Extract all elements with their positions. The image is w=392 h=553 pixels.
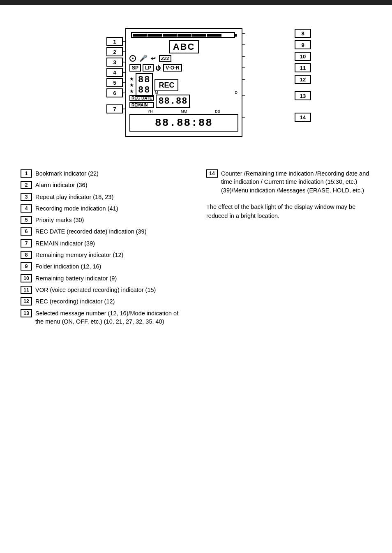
battery-seg-6 <box>207 34 221 37</box>
battery-seg-1 <box>133 34 147 37</box>
folder-row: ABC <box>169 40 199 53</box>
seg-small-display: 88.88 <box>156 95 190 108</box>
right-descriptions: 14 Counter /Remaining time indication /R… <box>206 169 371 329</box>
desc-item-10: 10 Remaining battery indicator (9) <box>21 274 186 282</box>
desc-num-11: 11 <box>21 286 32 294</box>
rec-date-box: REC DATE <box>129 95 154 101</box>
desc-num-9: 9 <box>21 262 32 271</box>
battery-seg-3 <box>163 34 177 37</box>
desc-item-6: 6 REC DATE (recorded date) indication (3… <box>21 227 186 236</box>
label-10: 10 <box>295 52 311 61</box>
desc-num-2: 2 <box>21 181 32 189</box>
main-content: 1 2 3 4 5 6 7 8 9 10 11 12 13 14 <box>0 5 392 345</box>
zzz-icon: ZZZ <box>159 55 171 62</box>
desc-text-9: Folder indication (12, 16) <box>35 262 101 271</box>
alarm-icon: ● <box>129 55 136 62</box>
desc-num-7: 7 <box>21 239 32 248</box>
label-12: 12 <box>295 75 311 84</box>
battery-seg-2 <box>148 34 161 37</box>
desc-item-5: 5 Priority marks (30) <box>21 216 186 224</box>
mode-row: SP LP ⏻ V-O-R <box>129 64 238 72</box>
desc-text-6: REC DATE (recorded date) indication (39) <box>35 227 147 236</box>
desc-item-3: 3 Repeat play indicator (18, 23) <box>21 193 186 201</box>
desc-item-12: 12 REC (recording) indicator (12) <box>21 297 186 305</box>
desc-num-8: 8 <box>21 251 32 259</box>
desc-item-2: 2 Alarm indicator (36) <box>21 181 186 189</box>
desc-num-1: 1 <box>21 169 32 178</box>
label-13: 13 <box>295 91 311 100</box>
mic-icon: 🎤 <box>139 54 148 62</box>
desc-num-4: 4 <box>21 204 32 213</box>
desc-item-11: 11 VOR (voice operated recording) indica… <box>21 286 186 294</box>
diagram-wrapper: 1 2 3 4 5 6 7 8 9 10 11 12 13 14 <box>81 21 311 153</box>
desc-text-7: REMAIN indicator (39) <box>35 239 95 248</box>
left-descriptions: 1 Bookmark indicator (22) 2 Alarm indica… <box>21 169 186 329</box>
desc-item-7: 7 REMAIN indicator (39) <box>21 239 186 248</box>
bottom-seg-display: 88.88:88 <box>129 114 238 132</box>
md-labels: M D <box>155 90 238 95</box>
d-label: D <box>235 90 238 95</box>
desc-text-4: Recording mode indication (41) <box>35 204 118 213</box>
desc-num-3: 3 <box>21 193 32 201</box>
label-11: 11 <box>295 63 311 72</box>
label-5: 5 <box>106 78 123 87</box>
desc-item-9: 9 Folder indication (12, 16) <box>21 262 186 271</box>
lcd-display: ABC ● 🎤 ↩ ZZZ SP LP ⏻ V-O-R <box>125 28 242 137</box>
arrow-icon: ↩ <box>151 55 156 62</box>
star-col: ★ ★ ★ <box>129 76 134 94</box>
diagram-section: 1 2 3 4 5 6 7 8 9 10 11 12 13 14 <box>21 17 371 153</box>
label-3: 3 <box>106 58 123 67</box>
yh-mm-ds-labels: YH MM DS <box>129 109 238 113</box>
desc-text-11: VOR (voice operated recording) indicator… <box>35 286 156 294</box>
desc-num-5: 5 <box>21 216 32 224</box>
desc-item-8: 8 Remaining memory indicator (12) <box>21 251 186 259</box>
vor-box: V-O-R <box>163 64 182 72</box>
descriptions: 1 Bookmark indicator (22) 2 Alarm indica… <box>21 169 371 329</box>
note-text: The effect of the back light of the disp… <box>206 203 371 221</box>
mm-label: MM <box>181 109 187 113</box>
label-14: 14 <box>295 113 311 122</box>
lp-box: LP <box>143 64 154 72</box>
label-4: 4 <box>106 68 123 77</box>
desc-text-8: Remaining memory indicator (12) <box>35 251 123 259</box>
desc-item-1: 1 Bookmark indicator (22) <box>21 169 186 178</box>
desc-item-4: 4 Recording mode indication (41) <box>21 204 186 213</box>
desc-text-10: Remaining battery indicator (9) <box>35 274 117 282</box>
desc-text-3: Repeat play indicator (18, 23) <box>35 193 113 201</box>
label-6: 6 <box>106 88 123 97</box>
label-9: 9 <box>295 40 311 49</box>
label-2: 2 <box>106 47 123 56</box>
yh-label: YH <box>148 109 153 113</box>
folder-box: ABC <box>169 40 199 53</box>
rec-box: REC <box>154 79 178 91</box>
desc-text-12: REC (recording) indicator (12) <box>35 297 115 305</box>
desc-text-5: Priority marks (30) <box>35 216 84 224</box>
icons-row: ● 🎤 ↩ ZZZ <box>129 54 238 62</box>
desc-item-14: 14 Counter /Remaining time indication /R… <box>206 169 371 194</box>
power-icon: ⏻ <box>155 65 161 71</box>
desc-item-13: 13 Selected message number (12, 16)/Mode… <box>21 309 186 326</box>
battery-seg-5 <box>192 34 206 37</box>
top-bar <box>0 0 392 5</box>
label-8: 8 <box>295 29 311 38</box>
desc-text-1: Bookmark indicator (22) <box>35 169 99 178</box>
label-1: 1 <box>106 37 123 46</box>
desc-num-12: 12 <box>21 297 32 305</box>
ds-label: DS <box>215 109 220 113</box>
seg-time-display: 8888 <box>136 73 153 97</box>
desc-text-2: Alarm indicator (36) <box>35 181 88 189</box>
desc-text-14: Counter /Remaining time indication /Reco… <box>221 169 371 194</box>
desc-text-13: Selected message number (12, 16)/Mode in… <box>35 309 186 326</box>
desc-num-14: 14 <box>206 169 218 178</box>
battery-seg-4 <box>178 34 191 37</box>
sp-box: SP <box>129 64 141 72</box>
recdate-row: REC DATE REMAIN 88.88 <box>129 95 238 108</box>
remain-box: REMAIN <box>129 102 154 108</box>
desc-num-10: 10 <box>21 274 32 282</box>
desc-num-13: 13 <box>21 309 32 317</box>
label-7: 7 <box>106 104 123 113</box>
battery-bar <box>131 32 235 38</box>
desc-num-6: 6 <box>21 227 32 236</box>
m-label: M <box>155 90 158 95</box>
